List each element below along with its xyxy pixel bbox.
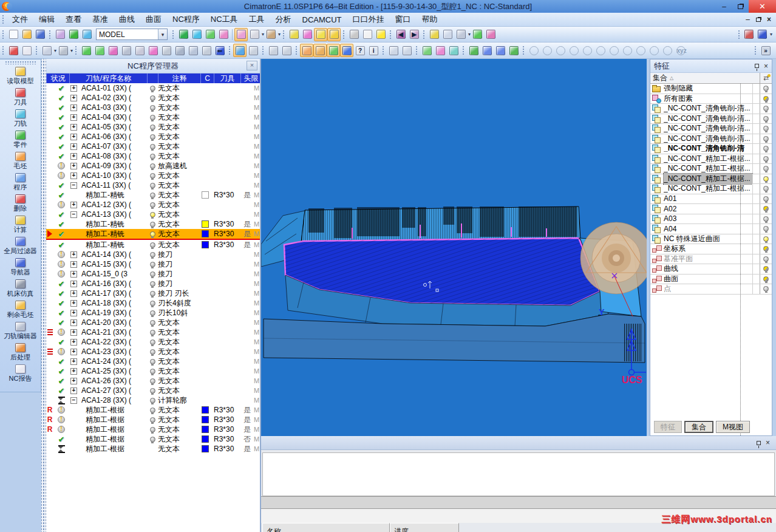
sidebar-item-toolpath[interactable]: 刀轨 — [0, 108, 41, 129]
set-name[interactable]: 坐标系 — [664, 244, 752, 254]
set-name[interactable]: 点 — [664, 284, 752, 294]
plane-pink-button[interactable] — [434, 44, 447, 57]
toolpath-name[interactable]: ACA1-25 (3X) ( — [81, 366, 147, 376]
expand-icon[interactable]: + — [70, 310, 77, 316]
toolbar-grip[interactable] — [423, 30, 426, 39]
view-rotate-center-button[interactable] — [743, 28, 756, 41]
toolpath-name[interactable]: ACA1-14 (3X) ( — [81, 250, 147, 259]
feature-set-row[interactable]: _NC-CONT_清角铣削-清... — [650, 134, 772, 145]
filter-active-button[interactable] — [233, 44, 247, 57]
sidebar-item-procedure[interactable]: 程序 — [0, 172, 41, 193]
visibility-bulb-icon[interactable] — [150, 388, 155, 394]
toolpath-name[interactable]: ACA1-02 (3X) ( — [81, 93, 147, 103]
filter-apply-button[interactable]: ⇐ — [213, 44, 226, 57]
feature-set-row[interactable]: A04 — [650, 224, 772, 234]
toolbar-grip[interactable] — [342, 30, 345, 39]
toolbar-grip[interactable] — [415, 46, 418, 55]
menu-item-2[interactable]: 查看 — [60, 13, 87, 26]
nc-table-row[interactable]: ✔精加工-精铣无文本R3*30是M — [46, 240, 260, 250]
visibility-bulb-icon[interactable] — [150, 417, 155, 423]
visibility-bulb-icon[interactable] — [150, 202, 155, 208]
nc-table-row[interactable]: ✔+ACA1-25 (3X) (无文本M — [46, 366, 260, 376]
point-tool-button[interactable] — [540, 44, 554, 57]
toolbar-grip[interactable] — [282, 30, 285, 39]
toolbar-grip[interactable] — [228, 46, 231, 55]
layer-manager-button[interactable] — [756, 28, 769, 41]
help-button[interactable]: ? — [353, 44, 367, 57]
nc-table-row[interactable]: ✔+ACA1-17 (3X) (接刀 刃长M — [46, 288, 260, 298]
pan-view-button[interactable] — [217, 28, 230, 41]
arc-tool-button[interactable] — [567, 44, 580, 57]
filter-back-button[interactable] — [120, 44, 133, 57]
nc-table-row[interactable]: ✔+ACA1-26 (3X) (无文本M — [46, 376, 260, 386]
expand-icon[interactable]: + — [70, 290, 77, 297]
combo-arrow-icon[interactable]: ▾ — [158, 29, 167, 39]
expand-icon[interactable]: + — [70, 163, 77, 169]
toolpath-name[interactable]: ACA1-18 (3X) ( — [81, 298, 147, 308]
sidebar-item-read-model[interactable]: 读取模型 — [0, 66, 41, 87]
feature-set-row[interactable]: _NC-CONT_清角铣削-清... — [650, 124, 772, 134]
panel-drag-grip[interactable] — [41, 59, 46, 532]
shaded-box-button[interactable] — [234, 28, 248, 41]
collapse-icon[interactable]: − — [70, 397, 77, 404]
set-name[interactable]: _NC-CONT_清角铣削-清... — [664, 134, 752, 144]
nc-table-row[interactable]: ✔+ACA1-27 (3X) (无文本M — [46, 386, 260, 395]
nc-table-row[interactable]: +ACA1-23 (3X) (无文本M — [46, 347, 260, 356]
set-name[interactable]: _NC-CONT_精加工-根据... — [664, 154, 752, 164]
menu-grip[interactable] — [2, 15, 5, 24]
expand-icon[interactable]: + — [70, 124, 77, 131]
visibility-bulb-icon[interactable] — [150, 242, 155, 248]
nc-table-row[interactable]: ✔+ACA1-05 (3X) (无文本M — [46, 122, 260, 132]
toolbar-grip[interactable] — [262, 46, 265, 55]
toolpath-name[interactable]: 精加工-根据 — [81, 405, 147, 415]
visibility-bulb-icon[interactable] — [150, 252, 155, 257]
visibility-bulb-icon[interactable] — [150, 95, 155, 101]
visibility-bulb-icon[interactable] — [763, 116, 769, 121]
toolbar-grip[interactable] — [462, 46, 465, 55]
zoom-dynamic-button[interactable] — [190, 28, 203, 41]
box-tool-button[interactable] — [661, 44, 674, 57]
abort-pick-button[interactable] — [20, 44, 33, 57]
filter-gray-button[interactable] — [160, 44, 173, 57]
toolbar-grip[interactable] — [172, 30, 175, 39]
nc-table-row[interactable]: −ACA1-28 (3X) (计算轮廓M — [46, 395, 260, 405]
expand-icon[interactable]: + — [70, 85, 77, 92]
visibility-bulb-icon[interactable] — [150, 163, 155, 169]
visibility-bulb-icon[interactable] — [150, 231, 155, 237]
visibility-bulb-icon[interactable] — [150, 369, 155, 374]
menu-item-4[interactable]: 曲线 — [114, 13, 140, 26]
toolpath-name[interactable]: ACA1-11 (3X) ( — [81, 180, 147, 190]
feature-set-row[interactable]: _NC-CONT_清角铣削-清 — [650, 144, 772, 154]
nc-table-row[interactable]: ✔+ACA1-16 (3X) (接刀M — [46, 279, 260, 288]
list-green-button[interactable] — [327, 44, 340, 57]
set-name[interactable]: A02 — [664, 205, 752, 213]
visibility-bulb-icon[interactable] — [150, 437, 155, 442]
nc-table-row[interactable]: +ACA1-15 (3X) (接刀M — [46, 259, 260, 269]
feature-set-row[interactable]: 坐标系 — [650, 244, 772, 254]
dock-pin-icon[interactable] — [757, 441, 761, 445]
ucs-new-button[interactable] — [507, 44, 520, 57]
sync-icon[interactable]: ⇄ — [760, 73, 772, 83]
visibility-bulb-icon[interactable] — [763, 226, 769, 231]
visibility-bulb-icon[interactable] — [150, 193, 155, 198]
feature-set-row[interactable]: 所有图素 — [650, 94, 772, 104]
sidebar-item-tool[interactable]: 刀具 — [0, 87, 41, 108]
set-name[interactable]: 基准平面 — [664, 254, 752, 264]
simulation-points-button[interactable] — [427, 28, 441, 41]
nc-table-row[interactable]: ✔+ACA1-01 (3X) (无文本M — [46, 83, 260, 93]
visibility-bulb-icon[interactable] — [150, 378, 155, 384]
toolbar-grip[interactable] — [2, 46, 5, 55]
sidebar-item-remaining-stock[interactable]: 剩余毛坯 — [0, 299, 41, 321]
toolpath-name[interactable]: ACA1-27 (3X) ( — [81, 386, 147, 395]
set-name[interactable]: _NC-CONT_精加工-根据... — [664, 183, 752, 194]
toolpath-name[interactable]: 精加工-根据 — [81, 444, 147, 454]
visibility-bulb-icon[interactable] — [150, 310, 155, 316]
nc-table-row[interactable]: ✔精加工-精铣无文本R3*30是M — [46, 190, 260, 200]
feature-set-row[interactable]: NC 特殊逼近曲面 — [650, 234, 772, 245]
feature-set-row[interactable]: _NC-CONT_精加工-根据... — [650, 174, 772, 185]
marquee-select-button[interactable] — [40, 44, 53, 57]
feature-set-row[interactable]: 基准平面 — [650, 254, 772, 265]
set-name[interactable]: 曲线 — [664, 264, 752, 274]
features-close-icon[interactable]: × — [764, 63, 768, 70]
expand-icon[interactable]: + — [70, 319, 77, 326]
